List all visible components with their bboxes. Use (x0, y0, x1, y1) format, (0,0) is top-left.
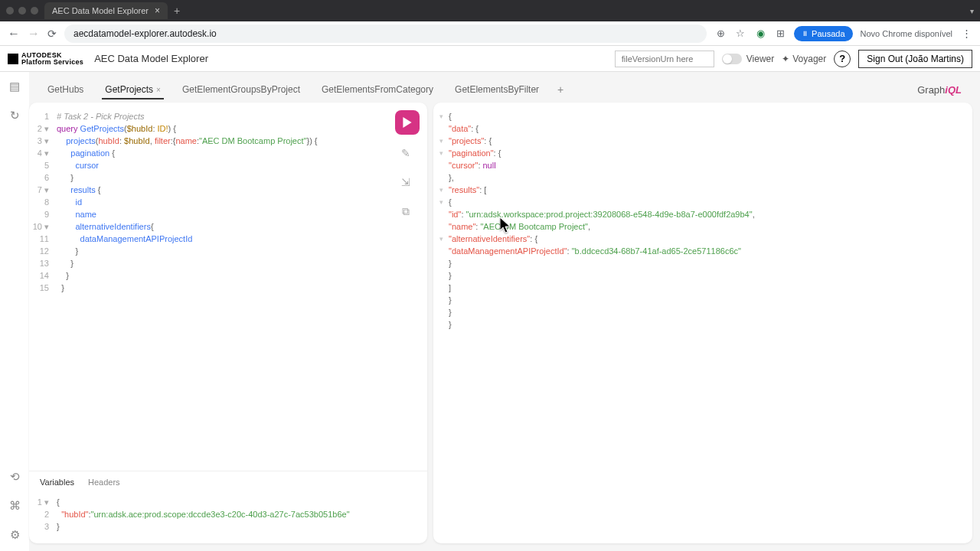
run-button[interactable] (395, 110, 420, 135)
response-panel[interactable]: ▾{ "data": { ▾ "projects": { ▾ "paginati… (433, 103, 972, 543)
variables-editor[interactable]: 1 ▾{ 2 "hubId":"urn:adsk.ace:prod.scope:… (29, 493, 427, 543)
logo-text: AUTODESK Platform Services (21, 52, 83, 66)
browser-chrome: AEC Data Model Explorer × + ▾ (0, 0, 980, 21)
star-icon[interactable]: ☆ (734, 28, 746, 40)
graphiql-brand: GraphiQL (917, 84, 962, 96)
chrome-avail[interactable]: Novo Chrome disponível (861, 29, 952, 38)
file-version-input[interactable] (615, 51, 714, 67)
nav-bar: ← → ⟳ aecdatamodel-explorer.autodesk.io … (0, 21, 980, 46)
settings-icon[interactable]: ⚙ (8, 528, 21, 542)
editor-panel: 1# Task 2 - Pick Projects 2 ▾query GetPr… (29, 103, 427, 543)
tab-getelementgroups[interactable]: GetElementGroupsByProject (172, 80, 311, 99)
wc-close[interactable] (6, 7, 14, 15)
wc-max[interactable] (31, 7, 38, 15)
vars-panel: Variables Headers 1 ▾{ 2 "hubId":"urn:ad… (29, 471, 427, 543)
help-button[interactable]: ? (834, 51, 851, 67)
tab-getelementsfromcategory[interactable]: GetElementsFromCategory (311, 80, 444, 99)
workspace: GetHubs GetProjects× GetElementGroupsByP… (29, 72, 980, 551)
voyager-link[interactable]: ✦ Voyager (782, 54, 826, 64)
editor-actions: ✎ ⇲ ⧉ (395, 110, 420, 222)
kebab-icon[interactable]: ⋮ (960, 28, 972, 40)
close-icon[interactable]: × (156, 86, 161, 94)
browser-tab-title: AEC Data Model Explorer (52, 6, 149, 15)
tab-gethubs[interactable]: GetHubs (37, 80, 94, 99)
url-text: aecdatamodel-explorer.autodesk.io (74, 28, 217, 39)
shortcuts-icon[interactable]: ⌘ (8, 499, 21, 513)
copy-icon[interactable]: ⧉ (395, 201, 416, 222)
forward-button[interactable]: → (28, 27, 40, 41)
tab-getprojects[interactable]: GetProjects× (94, 80, 172, 99)
wc-min[interactable] (18, 7, 26, 15)
viewer-toggle[interactable]: Viewer (722, 54, 774, 64)
add-tab-button[interactable]: + (550, 83, 571, 96)
ext-icon[interactable]: ◉ (754, 28, 766, 40)
history-icon[interactable]: ↻ (8, 109, 21, 122)
pausada-button[interactable]: ⏸Pausada (794, 26, 852, 41)
query-editor[interactable]: 1# Task 2 - Pick Projects 2 ▾query GetPr… (29, 103, 427, 471)
merge-icon[interactable]: ⇲ (395, 171, 416, 193)
app-header: AUTODESK Platform Services AEC Data Mode… (0, 46, 980, 72)
reload-button[interactable]: ⟳ (47, 28, 57, 40)
toggle-switch[interactable] (722, 54, 742, 64)
chevron-down-icon[interactable]: ▾ (970, 7, 974, 15)
variables-tab[interactable]: Variables (40, 478, 74, 487)
extensions-icon[interactable]: ⊞ (774, 28, 786, 40)
url-bar[interactable]: aecdatamodel-explorer.autodesk.io (64, 24, 707, 43)
tab-strip: AEC Data Model Explorer × + (44, 0, 180, 21)
translate-icon[interactable]: ⊕ (714, 28, 727, 40)
prettify-icon[interactable]: ✎ (395, 142, 416, 164)
nav-right: ⊕ ☆ ◉ ⊞ ⏸Pausada Novo Chrome disponível … (714, 26, 972, 41)
signout-button[interactable]: Sign Out (João Martins) (858, 50, 972, 68)
voyager-icon: ✦ (782, 54, 789, 64)
left-rail: ▤ ↻ ⟲ ⌘ ⚙ (0, 72, 29, 551)
tab-getelementsbyfilter[interactable]: GetElementsByFilter (444, 80, 550, 99)
window-controls (6, 7, 38, 15)
query-tabs: GetHubs GetProjects× GetElementGroupsByP… (29, 77, 972, 103)
main: ▤ ↻ ⟲ ⌘ ⚙ GetHubs GetProjects× GetElemen… (0, 72, 980, 551)
close-icon[interactable]: × (155, 5, 160, 16)
refetch-icon[interactable]: ⟲ (8, 470, 21, 484)
logo-mark (8, 54, 18, 64)
logo[interactable]: AUTODESK Platform Services (8, 52, 83, 66)
browser-tab[interactable]: AEC Data Model Explorer × (44, 2, 168, 19)
app-title: AEC Data Model Explorer (94, 53, 208, 64)
docs-icon[interactable]: ▤ (8, 80, 21, 93)
new-tab-button[interactable]: + (174, 5, 180, 17)
headers-tab[interactable]: Headers (88, 478, 120, 487)
back-button[interactable]: ← (8, 27, 20, 41)
